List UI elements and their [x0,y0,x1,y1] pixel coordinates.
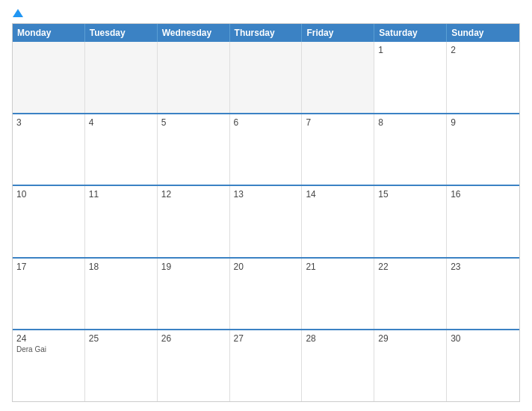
calendar-cell: 28 [302,330,374,401]
calendar-cell [85,42,158,113]
calendar-cell: 6 [230,114,303,185]
calendar-week-2: 3456789 [13,113,519,185]
day-number: 16 [451,189,516,200]
day-number: 1 [378,45,442,55]
weekday-header-monday: Monday [13,24,85,42]
calendar-cell: 1 [374,42,447,113]
calendar-cell: 30 [447,330,519,401]
calendar-cell: 11 [85,186,158,257]
calendar-cell: 27 [230,330,303,401]
logo [12,9,24,17]
calendar-cell [302,42,374,113]
event-label: Dera Gai [16,345,81,353]
calendar-cell [13,42,85,113]
weekday-header-saturday: Saturday [374,24,447,42]
calendar-cell: 22 [374,259,447,330]
calendar-week-1: 12 [13,42,519,113]
calendar-page: MondayTuesdayWednesdayThursdayFridaySatu… [0,0,532,411]
logo-triangle-icon [13,9,23,17]
calendar-cell: 20 [230,259,303,330]
day-number: 17 [16,262,81,272]
day-number: 11 [89,189,153,200]
day-number: 28 [306,333,370,344]
day-number: 2 [451,45,516,55]
calendar-cell: 8 [374,114,447,185]
day-number: 6 [234,117,298,128]
calendar-week-3: 10111213141516 [13,185,519,257]
calendar-week-5: 24Dera Gai252627282930 [13,329,519,401]
day-number: 9 [451,117,516,128]
calendar-cell: 15 [374,186,447,257]
calendar-week-4: 17181920212223 [13,257,519,330]
calendar-cell: 4 [85,114,158,185]
calendar-cell: 5 [158,114,230,185]
weekday-header-thursday: Thursday [230,24,303,42]
calendar-cell: 21 [302,259,374,330]
calendar-cell [230,42,303,113]
weekday-header-friday: Friday [302,24,374,42]
day-number: 14 [306,189,370,200]
calendar-cell: 10 [13,186,85,257]
day-number: 10 [16,189,81,200]
day-number: 8 [378,117,442,128]
calendar-cell: 17 [13,259,85,330]
day-number: 29 [378,333,442,344]
calendar-cell: 14 [302,186,374,257]
day-number: 12 [161,189,226,200]
calendar-cell: 9 [447,114,519,185]
day-number: 3 [16,117,81,128]
day-number: 21 [306,262,370,272]
day-number: 13 [234,189,298,200]
calendar-cell: 19 [158,259,230,330]
calendar-cell: 12 [158,186,230,257]
day-number: 19 [161,262,226,272]
day-number: 5 [161,117,226,128]
calendar-cell: 29 [374,330,447,401]
day-number: 30 [451,333,516,344]
day-number: 23 [451,262,516,272]
weekday-header-sunday: Sunday [447,24,519,42]
calendar-grid: MondayTuesdayWednesdayThursdayFridaySatu… [12,23,520,402]
day-number: 15 [378,189,442,200]
weekday-header-tuesday: Tuesday [85,24,158,42]
calendar-weekday-header: MondayTuesdayWednesdayThursdayFridaySatu… [13,24,519,42]
calendar-cell: 16 [447,186,519,257]
calendar-cell: 13 [230,186,303,257]
calendar-body: 123456789101112131415161718192021222324D… [13,42,519,401]
day-number: 26 [161,333,226,344]
day-number: 18 [89,262,153,272]
calendar-cell [158,42,230,113]
calendar-cell: 2 [447,42,519,113]
day-number: 20 [234,262,298,272]
calendar-cell: 23 [447,259,519,330]
calendar-header [12,9,520,17]
day-number: 27 [234,333,298,344]
weekday-header-wednesday: Wednesday [158,24,230,42]
calendar-cell: 25 [85,330,158,401]
day-number: 7 [306,117,370,128]
day-number: 24 [16,333,81,344]
day-number: 25 [89,333,153,344]
calendar-cell: 24Dera Gai [13,330,85,401]
calendar-cell: 26 [158,330,230,401]
day-number: 4 [89,117,153,128]
calendar-cell: 18 [85,259,158,330]
calendar-cell: 3 [13,114,85,185]
calendar-cell: 7 [302,114,374,185]
day-number: 22 [378,262,442,272]
